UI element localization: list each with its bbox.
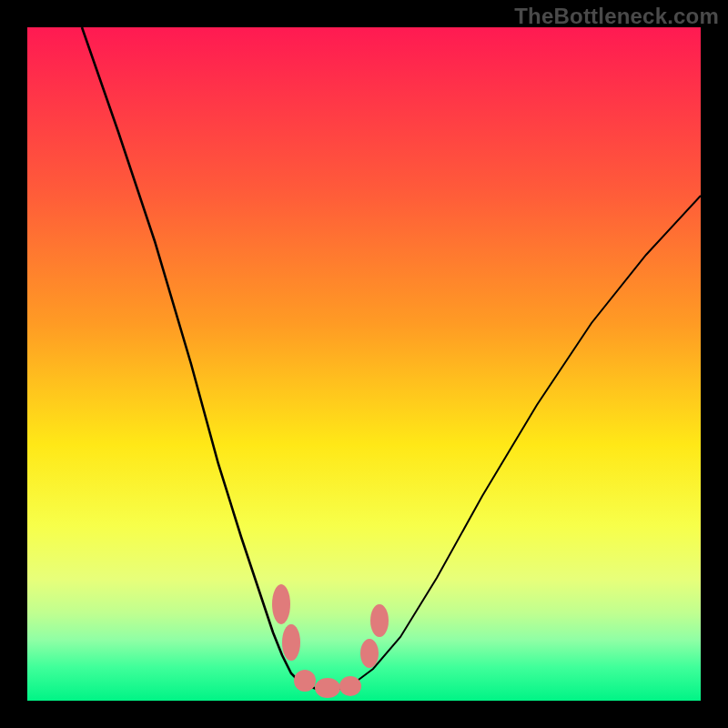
curve-right-branch: [355, 196, 701, 682]
marker-floor-cluster-3: [339, 676, 361, 696]
bottleneck-curve-chart: [27, 27, 701, 701]
marker-right-cluster-upper: [370, 604, 389, 637]
chart-plot-area: [27, 27, 701, 701]
marker-left-cluster-lower: [282, 624, 300, 661]
watermark-text: TheBottleneck.com: [514, 4, 719, 29]
marker-floor-cluster-1: [294, 670, 316, 692]
curve-left-branch: [82, 27, 300, 682]
marker-right-cluster-lower: [360, 639, 379, 668]
marker-group: [272, 584, 389, 698]
marker-floor-cluster-2: [315, 678, 340, 698]
marker-left-cluster-upper: [272, 584, 290, 624]
